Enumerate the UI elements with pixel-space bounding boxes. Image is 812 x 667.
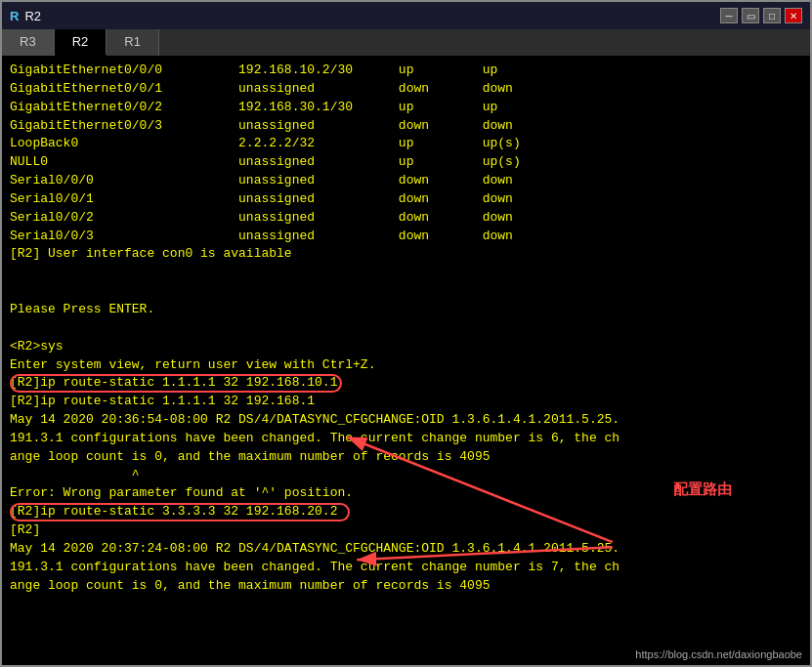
term-line-10: Serial0/0/3 unassigned down down — [10, 228, 802, 246]
tab-bar: R3 R2 R1 — [2, 29, 810, 56]
tab-r2[interactable]: R2 — [55, 29, 107, 56]
title-bar-left: R R2 — [10, 9, 41, 23]
term-line-7: Serial0/0/0 unassigned down down — [10, 172, 802, 190]
term-line-9: Serial0/0/2 unassigned down down — [10, 209, 802, 228]
minimize-button[interactable]: ─ — [720, 8, 738, 23]
term-line-4: GigabitEthernet0/0/3 unassigned down dow… — [10, 117, 802, 136]
close-button[interactable]: ✕ — [785, 8, 802, 23]
highlight-line-2-container: [R2]ip route-static 3.3.3.3 32 192.168.2… — [10, 503, 802, 521]
term-line-12 — [10, 264, 802, 282]
restore-button[interactable]: ▭ — [742, 8, 759, 23]
terminal[interactable]: GigabitEthernet0/0/0 192.168.10.2/30 up … — [2, 56, 810, 665]
annotation-text: 配置路由 — [673, 480, 732, 499]
app-icon: R — [10, 9, 19, 23]
window-controls: ─ ▭ □ ✕ — [720, 8, 802, 23]
term-line-3: GigabitEthernet0/0/2 192.168.30.1/30 up … — [10, 99, 802, 117]
term-line-2: GigabitEthernet0/0/1 unassigned down dow… — [10, 80, 802, 99]
tab-r3[interactable]: R3 — [2, 29, 55, 56]
term-line-26: [R2] — [10, 521, 802, 540]
term-line-17: Enter system view, return user view with… — [10, 356, 802, 375]
term-line-28: 191.3.1 configurations have been changed… — [10, 559, 802, 577]
highlight-line-1-container: [R2]ip route-static 1.1.1.1 32 192.168.1… — [10, 374, 802, 393]
term-line-6: NULL0 unassigned up up(s) — [10, 153, 802, 172]
tab-r1[interactable]: R1 — [107, 29, 159, 56]
term-line-21: 191.3.1 configurations have been changed… — [10, 430, 802, 448]
term-line-14: Please Press ENTER. — [10, 301, 802, 319]
term-line-15 — [10, 319, 802, 338]
term-line-16: <R2>sys — [10, 338, 802, 356]
term-line-13 — [10, 282, 802, 301]
term-line-5: LoopBack0 2.2.2.2/32 up up(s) — [10, 135, 802, 153]
main-window: R R2 ─ ▭ □ ✕ R3 R2 R1 GigabitEthernet0/0… — [0, 0, 812, 667]
term-line-8: Serial0/0/1 unassigned down down — [10, 190, 802, 209]
term-line-18: [R2]ip route-static 1.1.1.1 32 192.168.1… — [10, 374, 802, 393]
term-line-25: [R2]ip route-static 3.3.3.3 32 192.168.2… — [10, 503, 802, 521]
term-line-20: May 14 2020 20:36:54-08:00 R2 DS/4/DATAS… — [10, 411, 802, 430]
watermark: https://blog.csdn.net/daxiongbaobe — [635, 648, 802, 660]
term-line-27: May 14 2020 20:37:24-08:00 R2 DS/4/DATAS… — [10, 540, 802, 559]
term-line-29: ange loop count is 0, and the maximum nu… — [10, 577, 802, 596]
window-title: R2 — [24, 9, 41, 23]
title-bar: R R2 ─ ▭ □ ✕ — [2, 2, 810, 29]
term-line-19: [R2]ip route-static 1.1.1.1 32 192.168.1 — [10, 393, 802, 411]
maximize-button[interactable]: □ — [763, 8, 781, 23]
term-line-22: ange loop count is 0, and the maximum nu… — [10, 448, 802, 467]
term-line-1: GigabitEthernet0/0/0 192.168.10.2/30 up … — [10, 62, 802, 80]
term-line-11: [R2] User interface con0 is available — [10, 245, 802, 264]
